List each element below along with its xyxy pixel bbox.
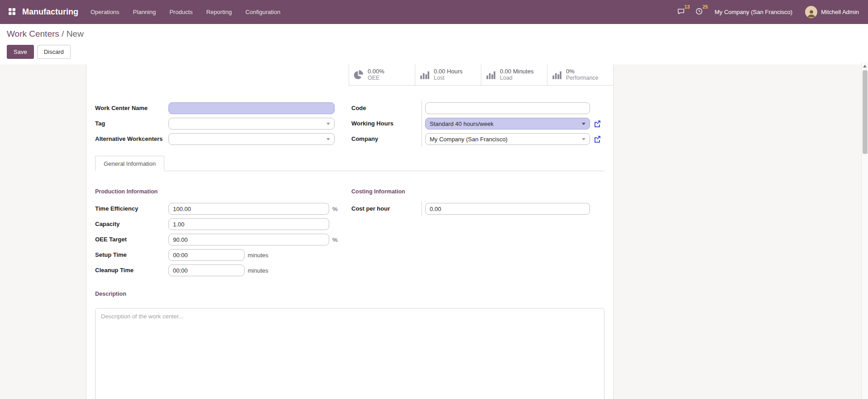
field-label: Working Hours: [351, 120, 422, 128]
breadcrumb: Work Centers / New: [7, 28, 861, 40]
messages-counter: 13: [685, 4, 690, 10]
setup-time-input[interactable]: [168, 249, 245, 261]
company-select[interactable]: [425, 133, 590, 145]
scroll-up-button[interactable]: [862, 62, 868, 70]
stat-label: Lost: [434, 75, 463, 82]
cleanup-time-input[interactable]: [168, 264, 245, 276]
description-section: Description: [95, 291, 604, 399]
bar-chart-icon: [552, 70, 561, 80]
tab-pane-general-information: Production Information Time Efficiency %…: [86, 171, 613, 399]
field-label: Tag: [95, 120, 168, 128]
field-capacity: Capacity: [95, 216, 351, 232]
field-label: Code: [351, 105, 422, 112]
discard-button[interactable]: Discard: [37, 45, 71, 59]
menu-reporting[interactable]: Reporting: [200, 4, 239, 20]
field-code: Code: [351, 101, 604, 116]
working-hours-select[interactable]: [425, 118, 590, 130]
work-center-name-input[interactable]: [168, 102, 335, 114]
external-link-icon[interactable]: [594, 120, 601, 127]
stat-label: Performance: [566, 75, 599, 82]
user-menu[interactable]: Mitchell Admin: [802, 4, 862, 20]
cost-per-hour-input[interactable]: [425, 203, 590, 215]
field-label: Capacity: [95, 221, 168, 228]
field-label: Company: [351, 135, 422, 143]
field-label: Cost per hour: [351, 205, 422, 213]
field-oee-target: OEE Target %: [95, 232, 351, 247]
field-suffix: minutes: [248, 252, 269, 259]
breadcrumb-work-centers[interactable]: Work Centers: [7, 29, 59, 38]
field-label: Work Center Name: [95, 105, 168, 112]
field-label: Cleanup Time: [95, 267, 168, 274]
scrollbar-thumb[interactable]: [863, 70, 868, 154]
field-suffix: %: [332, 236, 338, 243]
time-efficiency-input[interactable]: [168, 203, 329, 215]
messages-systray-button[interactable]: 13: [672, 5, 690, 20]
field-setup-time: Setup Time minutes: [95, 247, 351, 263]
field-label: Time Efficiency: [95, 205, 168, 213]
apps-grid-icon: [8, 8, 16, 17]
avatar: [805, 6, 817, 18]
code-input[interactable]: [425, 102, 590, 114]
message-bubble-icon: [677, 7, 685, 17]
stat-button-load[interactable]: 0.00 Minutes Load: [481, 64, 547, 86]
field-alternative-workcenters: Alternative Workcenters: [95, 131, 351, 147]
vertical-scrollbar[interactable]: [861, 62, 868, 399]
field-time-efficiency: Time Efficiency %: [95, 201, 351, 216]
menu-planning[interactable]: Planning: [126, 4, 163, 20]
form-sheet: 0.00% OEE 0.00 Hours Lost 0.00 Minutes: [86, 64, 614, 399]
main-menu: Operations Planning Products Reporting C…: [84, 4, 287, 20]
breadcrumb-current: New: [67, 29, 84, 38]
field-label: Setup Time: [95, 251, 168, 259]
apps-menu-button[interactable]: [4, 4, 20, 20]
bar-chart-icon: [486, 70, 495, 80]
field-work-center-name: Work Center Name: [95, 101, 351, 116]
stat-value: 0.00%: [368, 68, 384, 75]
pie-chart-icon: [354, 70, 363, 80]
stat-button-oee[interactable]: 0.00% OEE: [349, 64, 415, 86]
top-navbar: Manufacturing Operations Planning Produc…: [0, 0, 868, 24]
section-title-production: Production Information: [95, 188, 351, 195]
stat-label: OEE: [368, 75, 384, 82]
external-link-icon[interactable]: [594, 135, 601, 143]
bar-chart-icon: [420, 70, 429, 80]
field-cost-per-hour: Cost per hour: [351, 201, 604, 216]
field-working-hours: Working Hours: [351, 116, 604, 131]
content-area: 0.00% OEE 0.00 Hours Lost 0.00 Minutes: [0, 64, 868, 399]
clock-icon: [695, 7, 703, 17]
field-cleanup-time: Cleanup Time minutes: [95, 263, 351, 278]
user-name: Mitchell Admin: [821, 9, 859, 15]
field-label: OEE Target: [95, 236, 168, 244]
scroll-up-icon: [863, 65, 867, 67]
field-suffix: minutes: [248, 267, 269, 274]
stat-value: 0%: [566, 68, 599, 75]
menu-configuration[interactable]: Configuration: [239, 4, 287, 20]
section-title-description: Description: [95, 291, 604, 297]
alternative-workcenters-select[interactable]: [168, 133, 335, 145]
stat-button-lost[interactable]: 0.00 Hours Lost: [415, 64, 481, 86]
stat-value: 0.00 Hours: [434, 68, 463, 75]
app-name[interactable]: Manufacturing: [22, 7, 78, 17]
oee-target-input[interactable]: [168, 234, 329, 245]
field-company: Company: [351, 131, 604, 147]
tab-general-information[interactable]: General Information: [95, 156, 164, 171]
control-panel: Work Centers / New Save Discard: [0, 24, 868, 64]
menu-products[interactable]: Products: [163, 4, 199, 20]
activities-systray-button[interactable]: 25: [690, 5, 708, 20]
stat-button-box: 0.00% OEE 0.00 Hours Lost 0.00 Minutes: [86, 64, 613, 86]
stat-label: Load: [500, 75, 533, 82]
tag-select[interactable]: [168, 118, 335, 130]
field-label: Alternative Workcenters: [95, 135, 168, 143]
description-textarea[interactable]: [95, 308, 604, 399]
breadcrumb-separator: /: [62, 29, 64, 38]
capacity-input[interactable]: [168, 218, 329, 230]
stat-button-performance[interactable]: 0% Performance: [547, 64, 613, 86]
menu-operations[interactable]: Operations: [84, 4, 126, 20]
field-suffix: %: [332, 206, 338, 212]
activities-counter: 25: [703, 4, 708, 10]
field-tag: Tag: [95, 116, 351, 131]
save-button[interactable]: Save: [7, 45, 34, 59]
stat-value: 0.00 Minutes: [500, 68, 533, 75]
company-switcher[interactable]: My Company (San Francisco): [715, 9, 792, 15]
section-title-costing: Costing Information: [351, 188, 604, 195]
notebook-tabs: General Information: [95, 156, 604, 171]
